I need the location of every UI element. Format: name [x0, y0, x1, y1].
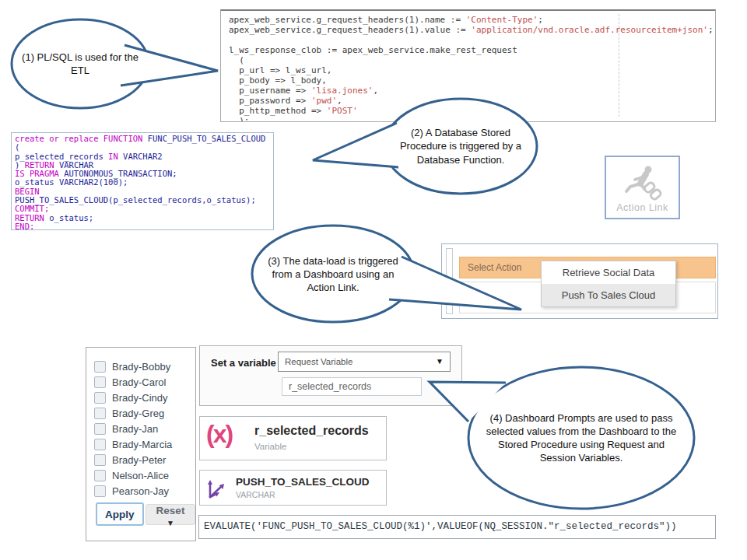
panel-edge-strip: [446, 248, 453, 314]
apply-button[interactable]: Apply: [96, 502, 144, 526]
action-link-label: Action Link: [606, 202, 679, 213]
function-axes-icon: [206, 477, 230, 500]
list-item[interactable]: Brady-Marcia: [86, 436, 195, 452]
checkbox[interactable]: [94, 423, 106, 435]
checkbox[interactable]: [94, 470, 106, 481]
callout-3-text: (3) The data-load is triggered from a Da…: [266, 237, 400, 311]
callout-1-text: (1) PL/SQL is used for the ETL: [19, 37, 141, 90]
reset-dropdown-arrow-icon: ▼: [167, 519, 174, 527]
function-return-type: VARCHAR: [236, 490, 275, 499]
list-item[interactable]: Pearson-Jay: [86, 483, 195, 499]
reset-button[interactable]: Reset ▼: [146, 504, 195, 525]
checkbox[interactable]: [94, 454, 106, 466]
apex-webservice-code-block: apex_web_service.g_request_headers(1).na…: [220, 9, 716, 122]
menu-item-push-to-sales-cloud[interactable]: Push To Sales Cloud: [542, 284, 675, 306]
variable-x-icon: (x): [206, 420, 232, 449]
selected-option: Request Variable: [285, 352, 352, 371]
slide-canvas: apex_web_service.g_request_headers(1).na…: [0, 0, 747, 560]
request-variable-box: (x) r_selected_records Variable: [199, 416, 387, 460]
dashboard-prompt-panel: Brady-Bobby Brady-Carol Brady-Cindy Brad…: [86, 347, 196, 541]
set-variable-label: Set a variable: [211, 357, 276, 369]
checkbox[interactable]: [94, 392, 106, 404]
list-item[interactable]: Brady-Carol: [86, 374, 195, 390]
list-item[interactable]: Brady-Bobby: [86, 359, 195, 374]
plsql-function-code-block: create or replace FUNCTION FUNC_PUSH_TO_…: [11, 132, 274, 230]
function-name: PUSH_TO_SALES_CLOUD: [236, 476, 370, 488]
checkbox[interactable]: [94, 376, 106, 388]
stored-function-box: PUSH_TO_SALES_CLOUD VARCHAR: [199, 470, 387, 506]
dropdown-arrow-icon: ▼: [436, 352, 444, 371]
list-item[interactable]: Brady-Jan: [86, 421, 195, 436]
collapse-triangle-icon[interactable]: ◄: [471, 292, 479, 302]
variable-name: r_selected_records: [254, 424, 369, 438]
set-variable-panel: Set a variable Request Variable ▼: [199, 345, 462, 406]
list-item[interactable]: Brady-Cindy: [86, 390, 195, 405]
action-menu: Retrieve Social Data Push To Sales Cloud: [541, 261, 676, 307]
menu-item-retrieve-social-data[interactable]: Retrieve Social Data: [542, 261, 675, 284]
code-dashed-divider: [619, 14, 619, 117]
callout-4-text: (4) Dashboard Prompts are used to pass s…: [484, 389, 679, 487]
variable-type: Variable: [254, 442, 286, 451]
checkbox[interactable]: [94, 361, 106, 373]
checkbox[interactable]: [94, 408, 106, 419]
variable-type-select[interactable]: Request Variable ▼: [278, 352, 451, 372]
action-link-icon: [620, 163, 665, 202]
action-link-tile[interactable]: Action Link: [605, 156, 680, 219]
select-action-panel: Select Action ◄ Retrieve Social Data Pus…: [441, 243, 718, 319]
evaluate-formula-box: EVALUATE('FUNC_PUSH_TO_SALES_CLOUD(%1)',…: [198, 515, 716, 539]
checkbox[interactable]: [94, 485, 106, 497]
list-item[interactable]: Brady-Greg: [86, 405, 195, 421]
list-item[interactable]: Brady-Peter: [86, 452, 195, 467]
variable-name-input[interactable]: [282, 377, 422, 396]
checkbox[interactable]: [94, 439, 106, 450]
list-item[interactable]: Nelson-Alice: [86, 467, 195, 483]
